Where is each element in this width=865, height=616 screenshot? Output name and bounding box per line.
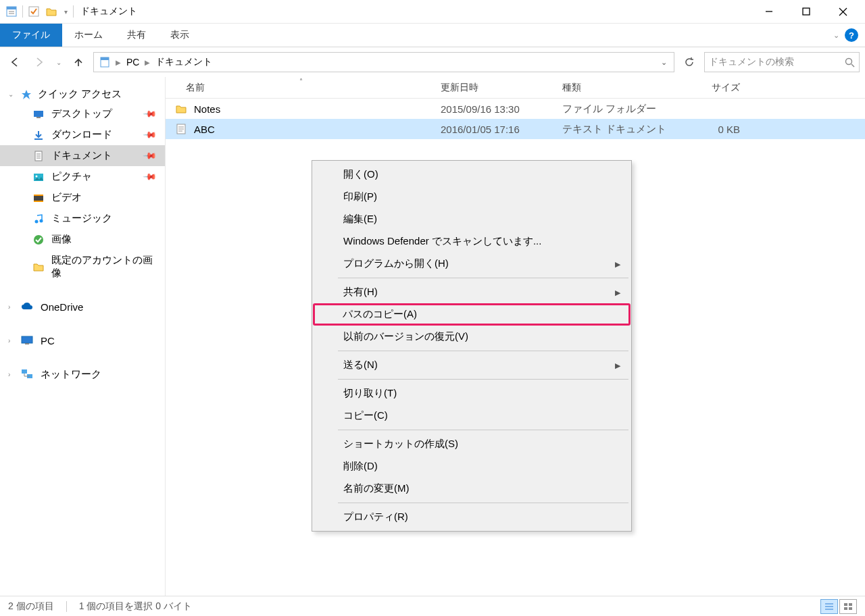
breadcrumb-documents[interactable]: ドキュメント	[153, 55, 215, 70]
folder-icon[interactable]	[43, 3, 59, 20]
star-icon	[20, 88, 32, 101]
svg-rect-30	[22, 369, 27, 374]
ribbon-tab-home[interactable]: ホーム	[62, 24, 115, 47]
sidebar-item[interactable]: 既定のアカウントの画像	[0, 250, 165, 284]
text-icon	[175, 123, 187, 135]
sidebar-quick-access[interactable]: ⌄ クイック アクセス	[0, 85, 165, 103]
title-bar: ▾ ドキュメント	[0, 0, 865, 24]
ribbon-tab-share[interactable]: 共有	[115, 24, 158, 47]
menu-item-label: プログラムから開く(H)	[343, 257, 449, 269]
maximize-button[interactable]	[787, 0, 824, 24]
close-button[interactable]	[824, 0, 862, 24]
menu-separator	[338, 503, 628, 503]
sidebar-item[interactable]: ビデオ	[0, 187, 165, 208]
svg-rect-44	[849, 607, 852, 610]
context-menu-item[interactable]: Windows Defender でスキャンしています...	[314, 230, 630, 253]
ribbon-expand-icon[interactable]: ⌄	[833, 31, 839, 40]
menu-item-label: 名前の変更(M)	[343, 482, 410, 494]
separator	[22, 5, 23, 18]
column-name[interactable]: 名前 ˄	[166, 82, 432, 94]
sort-asc-icon: ˄	[299, 78, 303, 85]
context-menu-item[interactable]: 削除(D)	[314, 455, 630, 478]
chevron-down-icon[interactable]: ⌄	[8, 91, 14, 98]
location-icon	[97, 54, 113, 70]
file-row[interactable]: Notes 2015/09/16 13:30 ファイル フォルダー	[166, 99, 865, 119]
column-date[interactable]: 更新日時	[432, 82, 554, 94]
qat-dropdown-icon[interactable]: ▾	[61, 3, 70, 20]
context-menu-item[interactable]: プロパティ(R)	[314, 506, 630, 528]
menu-item-label: パスのコピー(A)	[343, 308, 417, 319]
sidebar-item[interactable]: デスクトップ📌	[0, 103, 165, 124]
menu-item-label: 送る(N)	[343, 359, 378, 370]
svg-point-26	[40, 219, 43, 222]
search-box[interactable]: ドキュメントの検索	[704, 52, 860, 72]
document-icon	[32, 150, 45, 162]
context-menu-item[interactable]: 編集(E)	[314, 208, 630, 230]
svg-rect-41	[844, 603, 847, 606]
back-button[interactable]	[5, 53, 24, 72]
sidebar-item[interactable]: ドキュメント📌	[0, 145, 165, 166]
chevron-right-icon[interactable]: ▶	[116, 59, 121, 66]
context-menu-item[interactable]: プログラムから開く(H)▶	[314, 253, 630, 275]
sidebar-item[interactable]: 画像	[0, 229, 165, 250]
svg-rect-43	[844, 607, 847, 610]
video-icon	[32, 192, 45, 204]
context-menu-item[interactable]: 以前のバージョンの復元(V)	[314, 326, 630, 348]
sidebar-item[interactable]: ピクチャ📌	[0, 166, 165, 187]
minimize-button[interactable]	[750, 0, 787, 24]
ribbon-tab-view[interactable]: 表示	[158, 24, 201, 47]
context-menu-item[interactable]: 印刷(P)	[314, 186, 630, 208]
file-name: Notes	[194, 103, 220, 115]
context-menu-item[interactable]: ショートカットの作成(S)	[314, 433, 630, 455]
address-bar[interactable]: ▶ PC ▶ ドキュメント ⌄	[93, 52, 674, 72]
menu-item-label: 開く(O)	[343, 168, 378, 180]
help-icon[interactable]: ?	[845, 28, 858, 42]
quick-access-toolbar: ▾	[3, 3, 75, 20]
chevron-right-icon[interactable]: ›	[8, 303, 10, 311]
recent-dropdown[interactable]: ⌄	[54, 53, 64, 72]
chevron-right-icon[interactable]: ▶	[145, 59, 150, 66]
properties-icon[interactable]	[3, 3, 20, 20]
separator	[73, 5, 74, 18]
ribbon-file-tab[interactable]: ファイル	[0, 24, 62, 47]
svg-rect-29	[25, 343, 29, 344]
file-row[interactable]: ABC 2016/01/05 17:16 テキスト ドキュメント 0 KB	[166, 119, 865, 139]
menu-item-label: 削除(D)	[343, 460, 378, 471]
chevron-right-icon: ▶	[615, 259, 620, 268]
check-icon[interactable]	[26, 3, 42, 20]
svg-point-25	[35, 220, 39, 223]
forward-button[interactable]	[30, 53, 49, 72]
context-menu-item[interactable]: 送る(N)▶	[314, 354, 630, 376]
context-menu-item[interactable]: パスのコピー(A)	[313, 303, 631, 326]
sidebar-pc[interactable]: › PC	[0, 330, 165, 351]
address-dropdown-icon[interactable]: ⌄	[657, 58, 671, 67]
svg-point-11	[846, 58, 852, 64]
up-button[interactable]	[69, 53, 88, 72]
chevron-right-icon[interactable]: ›	[8, 371, 10, 378]
view-icons-button[interactable]	[839, 599, 857, 614]
context-menu-item[interactable]: コピー(C)	[314, 405, 630, 427]
pin-icon: 📌	[143, 128, 157, 143]
context-menu-item[interactable]: 開く(O)	[314, 163, 630, 186]
separator	[66, 601, 67, 612]
file-size: 0 KB	[672, 124, 753, 135]
sidebar-item[interactable]: ミュージック	[0, 208, 165, 229]
column-size[interactable]: サイズ	[672, 82, 753, 94]
pictures-icon	[32, 171, 45, 183]
svg-point-21	[36, 175, 38, 177]
breadcrumb-pc[interactable]: PC	[124, 55, 142, 69]
context-menu-item[interactable]: 名前の変更(M)	[314, 478, 630, 500]
context-menu-item[interactable]: 共有(H)▶	[314, 281, 630, 303]
chevron-right-icon[interactable]: ›	[8, 337, 10, 344]
refresh-button[interactable]	[680, 53, 699, 72]
sidebar-onedrive[interactable]: › OneDrive	[0, 296, 165, 317]
column-type[interactable]: 種類	[554, 82, 672, 94]
context-menu-item[interactable]: 切り取り(T)	[314, 382, 630, 405]
sidebar-network[interactable]: › ネットワーク	[0, 363, 165, 385]
file-date: 2015/09/16 13:30	[432, 103, 554, 115]
menu-item-label: コピー(C)	[343, 409, 388, 421]
view-details-button[interactable]	[820, 599, 838, 614]
menu-item-label: プロパティ(R)	[343, 511, 408, 522]
search-icon[interactable]	[845, 57, 855, 68]
sidebar-item[interactable]: ダウンロード📌	[0, 124, 165, 145]
